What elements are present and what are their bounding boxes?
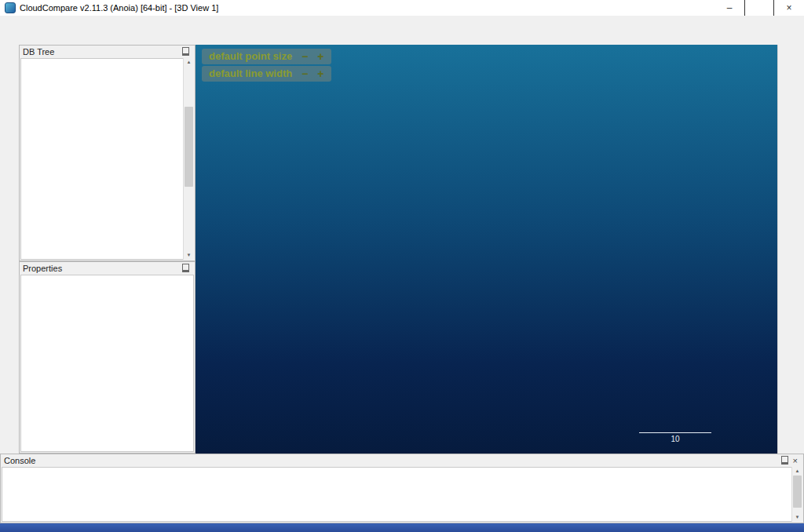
db-tree-panel: DB Tree ▲ ▼ <box>19 45 196 261</box>
dock-pin-icon[interactable] <box>182 47 189 56</box>
window-controls: – × <box>714 0 804 16</box>
properties-title: Properties <box>23 264 62 273</box>
minimize-button[interactable]: – <box>714 0 744 16</box>
dock-pin-icon[interactable] <box>781 456 788 465</box>
right-toolbar <box>777 45 804 457</box>
window-title: CloudCompare v2.11.3 (Anoia) [64-bit] - … <box>20 3 218 13</box>
left-toolbar <box>0 45 20 457</box>
title-bar: CloudCompare v2.11.3 (Anoia) [64-bit] - … <box>0 0 804 16</box>
properties-body <box>20 275 194 452</box>
maximize-button[interactable] <box>744 0 774 16</box>
line-width-label: default line width <box>209 67 292 79</box>
scroll-down-icon[interactable]: ▼ <box>184 251 194 260</box>
console-title: Console <box>4 456 35 465</box>
console-panel: Console × ▲ ▼ <box>0 454 804 523</box>
db-tree-title: DB Tree <box>23 47 54 56</box>
scroll-down-icon[interactable]: ▼ <box>792 513 802 522</box>
point-size-decrease-button[interactable]: − <box>302 52 308 61</box>
3d-view[interactable]: default point size − + default line widt… <box>196 45 777 454</box>
taskbar-strip <box>0 523 804 532</box>
cloudcompare-window: CloudCompare v2.11.3 (Anoia) [64-bit] - … <box>0 0 804 532</box>
db-tree-scrollbar[interactable]: ▲ ▼ <box>183 58 194 260</box>
main-toolbar <box>0 28 804 46</box>
point-size-control: default point size − + <box>202 49 331 64</box>
maximize-icon <box>744 0 774 16</box>
point-cloud-canvas[interactable] <box>196 45 777 454</box>
line-width-decrease-button[interactable]: − <box>302 69 308 78</box>
console-log <box>2 467 792 522</box>
console-header: Console × <box>1 454 803 466</box>
hot-zone: default point size − + default line widt… <box>202 49 331 82</box>
scale-bar <box>639 432 711 433</box>
properties-panel: Properties <box>19 261 196 454</box>
dock-pin-icon[interactable] <box>182 264 189 272</box>
scroll-thumb[interactable] <box>185 107 193 188</box>
scroll-up-icon[interactable]: ▲ <box>792 467 802 476</box>
point-size-label: default point size <box>209 50 292 62</box>
properties-header: Properties <box>20 262 195 274</box>
app-icon <box>5 2 16 13</box>
db-tree-header: DB Tree <box>20 46 195 57</box>
line-width-control: default line width − + <box>202 66 331 82</box>
scroll-thumb[interactable] <box>793 476 802 508</box>
menu-bar <box>0 16 804 28</box>
point-size-increase-button[interactable]: + <box>317 52 323 61</box>
db-tree <box>20 58 184 260</box>
console-scrollbar[interactable]: ▲ ▼ <box>791 467 802 522</box>
scroll-up-icon[interactable]: ▲ <box>184 58 194 67</box>
close-button[interactable]: × <box>774 0 804 16</box>
scale-label: 10 <box>639 435 711 443</box>
line-width-increase-button[interactable]: + <box>317 69 323 78</box>
console-close-icon[interactable]: × <box>793 457 798 465</box>
